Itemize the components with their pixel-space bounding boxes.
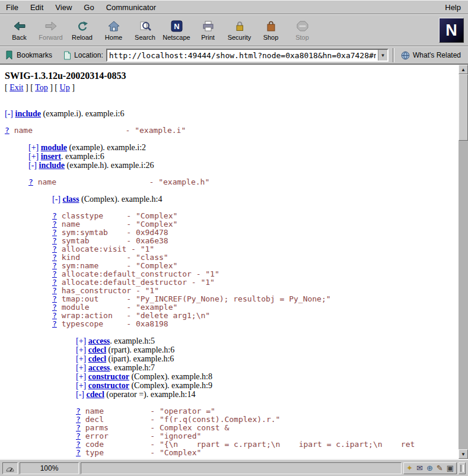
- attr-query-link[interactable]: ?: [76, 407, 81, 415]
- attr-query-link[interactable]: ?: [52, 237, 57, 245]
- tree-toggle-link[interactable]: [-]: [28, 161, 37, 170]
- nav-link-exit[interactable]: Exit: [9, 83, 23, 92]
- search-button[interactable]: Search: [129, 16, 161, 45]
- menu-item-edit[interactable]: Edit: [24, 1, 49, 14]
- print-button[interactable]: Print: [192, 16, 224, 45]
- resize-grip[interactable]: [459, 462, 466, 474]
- tree-toggle-link[interactable]: [+]: [76, 381, 86, 390]
- tree-toggle-link[interactable]: [+]: [76, 363, 86, 372]
- menu-item-view[interactable]: View: [49, 1, 78, 14]
- tree-tag-link[interactable]: cdecl: [87, 390, 104, 399]
- attr-query-link[interactable]: ?: [52, 303, 57, 312]
- tree-node: [+] module (example). example.i:2: [0, 143, 459, 152]
- attr-text: allocate:default_destructor - "1": [57, 278, 215, 287]
- tree-tag-link[interactable]: include: [15, 109, 42, 118]
- attr-query-link[interactable]: ?: [52, 262, 57, 270]
- scrollbar-thumb[interactable]: [459, 74, 468, 141]
- attr-text: sym:symtab - 0x9d478: [57, 229, 168, 237]
- attr-query-link[interactable]: ?: [52, 312, 57, 320]
- tree-tag-link[interactable]: constructor: [88, 381, 129, 390]
- pen-icon[interactable]: ✎: [437, 464, 443, 472]
- attr-query-link[interactable]: ?: [76, 415, 81, 424]
- menu-item-help[interactable]: Help: [438, 1, 468, 14]
- attr-query-link[interactable]: ?: [52, 220, 57, 229]
- attr-query-link[interactable]: ?: [76, 424, 81, 432]
- tree-toggle-link[interactable]: [+]: [28, 143, 39, 152]
- tree-toggle-link[interactable]: [+]: [76, 354, 86, 363]
- tree-attr: ? allocate:default_destructor - "1": [0, 278, 459, 287]
- netscape-logo[interactable]: N: [439, 18, 464, 43]
- attr-query-link[interactable]: ?: [76, 432, 81, 440]
- envelope-icon[interactable]: ✉: [416, 464, 423, 472]
- whats-related-label: What's Related: [413, 51, 461, 59]
- tree-attr: ? wrap:action - "delete arg1;\n": [0, 312, 459, 320]
- shop-button[interactable]: Shop: [255, 16, 286, 45]
- attr-query-link[interactable]: ?: [5, 126, 9, 135]
- menu-item-go[interactable]: Go: [78, 1, 100, 14]
- tree-toggle-link[interactable]: [-]: [52, 195, 61, 204]
- tree-toggle-link[interactable]: [+]: [76, 345, 86, 354]
- tree-toggle-link[interactable]: [-]: [5, 109, 13, 118]
- bookmark-icon[interactable]: [5, 50, 14, 61]
- tree-gap: [0, 186, 459, 195]
- attr-query-link[interactable]: ?: [52, 270, 57, 278]
- url-input[interactable]: [107, 50, 378, 61]
- netscape-button[interactable]: NNetscape: [161, 16, 192, 45]
- location-label: Location:: [74, 51, 103, 59]
- globe-icon[interactable]: ⊕: [426, 464, 433, 472]
- tree-gap: [0, 328, 459, 337]
- tree-toggle-link[interactable]: [+]: [28, 152, 39, 161]
- tree-tag-link[interactable]: cdecl: [88, 345, 106, 354]
- tree-node: [+] access. example.h:5: [0, 337, 459, 345]
- tree-tag-link[interactable]: access: [88, 337, 110, 345]
- url-dropdown-button[interactable]: ▼: [378, 50, 387, 61]
- menu-item-communicator[interactable]: Communicator: [100, 1, 163, 14]
- reload-button[interactable]: Reload: [66, 16, 98, 45]
- back-button[interactable]: Back: [4, 16, 35, 45]
- attr-query-link[interactable]: ?: [52, 287, 57, 295]
- tree-tag-link[interactable]: class: [63, 195, 79, 204]
- tree-toggle-link[interactable]: [+]: [76, 337, 86, 345]
- image-icon[interactable]: ▣: [447, 464, 454, 472]
- globe-icon: [401, 51, 410, 60]
- attr-query-link[interactable]: ?: [52, 245, 57, 253]
- nav-link-up[interactable]: Up: [60, 83, 70, 92]
- status-message: [81, 462, 402, 474]
- attr-text: tmap:out - "Py_INCREF(Py_None); resultob…: [57, 295, 331, 303]
- scroll-down-button[interactable]: ▼: [459, 449, 468, 459]
- attr-query-link[interactable]: ?: [52, 229, 57, 237]
- attr-query-link[interactable]: ?: [52, 278, 57, 287]
- forward-button[interactable]: Forward: [35, 16, 66, 45]
- scroll-up-button[interactable]: ▲: [459, 65, 468, 74]
- stop-button[interactable]: Stop: [286, 16, 318, 45]
- attr-query-link[interactable]: ?: [52, 253, 57, 262]
- tree-attr: ? parms - Complex const &: [0, 424, 459, 432]
- tree-tag-link[interactable]: access: [88, 363, 110, 372]
- security-status[interactable]: [2, 462, 18, 474]
- tree-tag-link[interactable]: module: [41, 143, 67, 152]
- tree-tag-link[interactable]: include: [39, 161, 65, 170]
- sparkle-icon[interactable]: ✦: [406, 464, 413, 472]
- tree-tag-link[interactable]: constructor: [88, 372, 129, 381]
- attr-query-link[interactable]: ?: [52, 295, 57, 303]
- menu-items: FileEditViewGoCommunicator: [0, 3, 162, 12]
- tree-tag-link[interactable]: insert: [41, 152, 61, 161]
- security-button[interactable]: Security: [224, 16, 255, 45]
- tree-toggle-link[interactable]: [+]: [76, 372, 86, 381]
- vertical-scrollbar[interactable]: ▲ ▼: [459, 65, 468, 459]
- bookmarks-menu-button[interactable]: Bookmarks: [17, 51, 52, 59]
- page-proxy-icon[interactable]: [63, 51, 71, 60]
- tree-tag-link[interactable]: cdecl: [88, 354, 106, 363]
- status-bar: 100% ✦✉⊕✎▣: [0, 459, 468, 476]
- attr-query-link[interactable]: ?: [52, 212, 57, 220]
- attr-query-link[interactable]: ?: [76, 449, 81, 457]
- tree-toggle-link[interactable]: [-]: [76, 390, 84, 399]
- home-button[interactable]: Home: [98, 16, 129, 45]
- attr-query-link[interactable]: ?: [28, 178, 33, 186]
- whats-related-button[interactable]: What's Related: [399, 49, 466, 62]
- menu-item-file[interactable]: File: [0, 1, 24, 14]
- attr-query-link[interactable]: ?: [52, 320, 57, 328]
- nav-link-top[interactable]: Top: [35, 83, 48, 92]
- attr-query-link[interactable]: ?: [76, 440, 81, 449]
- nav-segment: [ Top ]: [30, 83, 55, 92]
